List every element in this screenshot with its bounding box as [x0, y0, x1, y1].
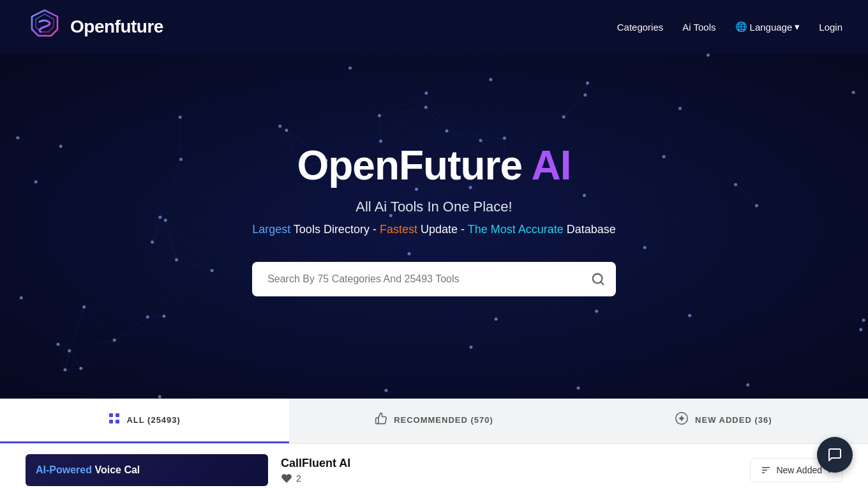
svg-rect-4 — [109, 413, 113, 417]
all-grid-icon — [108, 413, 120, 424]
tab-new-added-label: NEW ADDED (36) — [695, 415, 772, 425]
hero-title: OpenFuture AI — [252, 143, 616, 188]
tool-preview: AI-Powered Voice Cal CallFluent AI 2 — [26, 454, 350, 486]
tab-recommended[interactable]: RECOMMENDED (570) — [289, 399, 578, 443]
tool-thumbnail: AI-Powered Voice Cal — [26, 454, 268, 486]
language-icon: 🌐 — [735, 21, 747, 33]
tab-all[interactable]: ALL (25493) — [0, 399, 289, 443]
logo-icon — [26, 8, 64, 46]
chevron-down-icon: ▾ — [795, 21, 800, 33]
like-count: 2 — [281, 473, 301, 484]
svg-rect-7 — [116, 420, 119, 423]
hero-subtitle: All Ai Tools In One Place! — [252, 199, 616, 215]
nav-ai-tools[interactable]: Ai Tools — [682, 22, 715, 33]
tool-actions: 2 — [281, 473, 350, 484]
search-icon — [591, 272, 605, 286]
svg-rect-6 — [109, 420, 113, 423]
search-input[interactable] — [252, 262, 616, 296]
tab-new-added[interactable]: NEW ADDED (36) — [579, 399, 868, 443]
main-nav: Categories Ai Tools 🌐 Language ▾ Login — [617, 21, 842, 33]
header: Openfuture Categories Ai Tools 🌐 Languag… — [0, 0, 868, 54]
tab-all-label: ALL (25493) — [126, 415, 180, 425]
nav-categories[interactable]: Categories — [617, 22, 664, 33]
tab-recommended-label: RECOMMENDED (570) — [394, 415, 493, 425]
chat-bubble[interactable] — [817, 437, 853, 473]
logo[interactable]: Openfuture — [26, 8, 163, 46]
svg-line-3 — [601, 282, 603, 284]
svg-point-9 — [680, 416, 684, 420]
chat-icon — [827, 447, 842, 462]
tool-info: CallFluent AI 2 — [281, 457, 350, 484]
tabs-section: ALL (25493) RECOMMENDED (570) NEW ADDED … — [0, 399, 868, 443]
logo-text: Openfuture — [70, 17, 163, 37]
nav-login[interactable]: Login — [819, 22, 842, 33]
nav-language[interactable]: 🌐 Language ▾ — [735, 21, 800, 33]
svg-rect-5 — [116, 413, 119, 417]
heart-icon — [281, 473, 292, 484]
hero-section: OpenFuture AI All Ai Tools In One Place!… — [0, 54, 868, 399]
svg-marker-1 — [36, 14, 54, 32]
sort-label: New Added — [776, 465, 822, 475]
grid-icon — [108, 413, 120, 427]
search-button[interactable] — [580, 262, 616, 296]
hero-description: Largest Tools Directory - Fastest Update… — [252, 223, 616, 236]
new-badge-icon — [675, 411, 689, 429]
thumbs-up-icon — [375, 412, 387, 428]
sort-icon — [761, 465, 771, 475]
bottom-bar: AI-Powered Voice Cal CallFluent AI 2 New… — [0, 443, 868, 488]
search-container — [252, 262, 616, 296]
tool-name: CallFluent AI — [281, 457, 350, 470]
hero-content: OpenFuture AI All Ai Tools In One Place!… — [252, 143, 616, 296]
